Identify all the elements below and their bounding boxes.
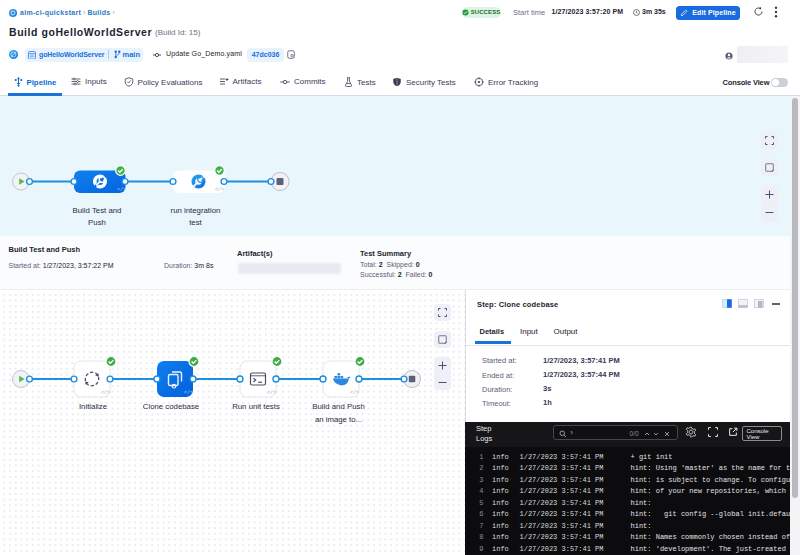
svg-text:</>: </> [101, 390, 110, 396]
svg-text:</>: </> [267, 390, 276, 396]
svg-text:</>: </> [117, 187, 126, 193]
svg-text:</>: </> [215, 187, 224, 193]
svg-text:</>: </> [184, 390, 193, 396]
svg-text:</>: </> [350, 390, 359, 396]
